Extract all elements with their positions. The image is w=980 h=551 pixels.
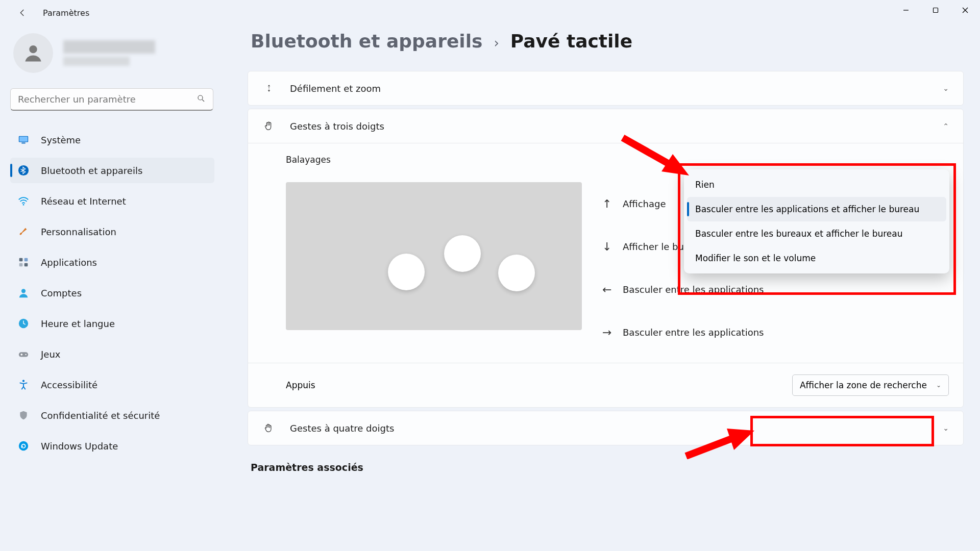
swipes-dropdown-flyout[interactable]: Rien Basculer entre les applications et … xyxy=(684,169,949,273)
swipe-left-row[interactable]: ← Basculer entre les applications xyxy=(602,268,949,311)
svg-point-19 xyxy=(25,354,26,355)
sidebar-item-apps[interactable]: Applications xyxy=(10,249,214,275)
svg-rect-21 xyxy=(21,354,22,356)
flyout-option[interactable]: Basculer entre les applications et affic… xyxy=(687,197,946,221)
sidebar-item-label: Heure et langue xyxy=(41,318,115,329)
svg-point-22 xyxy=(22,380,24,382)
profile-block[interactable] xyxy=(13,33,219,73)
gesture-preview xyxy=(286,182,582,330)
sidebar-item-label: Personnalisation xyxy=(41,227,116,237)
taps-dropdown[interactable]: Afficher la zone de recherche ⌄ xyxy=(792,374,949,396)
arrow-right-icon: → xyxy=(602,326,623,339)
swipe-left-label: Basculer entre les applications xyxy=(623,284,764,295)
sidebar-item-personalization[interactable]: Personnalisation xyxy=(10,219,214,244)
swipe-right-label: Basculer entre les applications xyxy=(623,327,764,338)
card-title: Gestes à quatre doigts xyxy=(290,423,394,434)
profile-mail-redacted xyxy=(63,57,130,66)
profile-name-redacted xyxy=(63,40,155,54)
sidebar-item-label: Confidentialité et sécurité xyxy=(41,410,160,421)
sidebar-item-accessibility[interactable]: Accessibilité xyxy=(10,372,214,397)
back-button[interactable] xyxy=(12,3,33,23)
svg-rect-9 xyxy=(21,143,25,144)
taps-label: Appuis xyxy=(286,380,315,390)
sidebar-item-accounts[interactable]: Comptes xyxy=(10,280,214,306)
svg-rect-8 xyxy=(19,137,28,142)
breadcrumb-parent[interactable]: Bluetooth et appareils xyxy=(251,31,482,52)
sidebar-item-label: Réseau et Internet xyxy=(41,196,126,207)
sidebar-item-label: Système xyxy=(41,135,81,145)
svg-point-5 xyxy=(198,95,203,100)
card-scroll-zoom[interactable]: Défilement et zoom ⌄ xyxy=(248,71,964,106)
sidebar-item-system[interactable]: Système xyxy=(10,127,214,153)
finger-dot-icon xyxy=(498,255,535,291)
minimize-button[interactable] xyxy=(891,0,921,20)
arrow-down-icon: ↓ xyxy=(602,240,623,253)
sidebar-item-label: Windows Update xyxy=(41,441,118,452)
shield-icon xyxy=(17,409,30,421)
accessibility-icon xyxy=(17,379,30,391)
chevron-up-icon: ⌃ xyxy=(943,122,949,130)
flyout-option[interactable]: Basculer entre les bureaux et afficher l… xyxy=(687,221,946,246)
svg-point-25 xyxy=(268,89,270,90)
svg-point-11 xyxy=(23,204,24,206)
sidebar-item-network[interactable]: Réseau et Internet xyxy=(10,188,214,214)
bluetooth-icon xyxy=(17,164,30,177)
close-button[interactable] xyxy=(950,0,980,20)
search-input-wrapper[interactable] xyxy=(10,88,213,111)
search-input[interactable] xyxy=(18,94,197,105)
hand-icon xyxy=(262,120,276,132)
taps-dropdown-value: Afficher la zone de recherche xyxy=(800,380,927,390)
swipes-label: Balayages xyxy=(286,155,949,165)
arrow-left-icon: ← xyxy=(602,283,623,296)
finger-dot-icon xyxy=(388,254,425,290)
sidebar-item-label: Bluetooth et appareils xyxy=(41,165,142,176)
hand-icon xyxy=(262,422,276,434)
card-four-finger[interactable]: Gestes à quatre doigts ⌄ xyxy=(248,411,964,445)
chevron-down-icon: ⌄ xyxy=(936,382,941,389)
sidebar-item-label: Accessibilité xyxy=(41,380,97,390)
svg-rect-18 xyxy=(19,352,28,357)
svg-line-6 xyxy=(202,99,204,102)
svg-point-16 xyxy=(21,289,26,293)
svg-point-23 xyxy=(19,441,28,450)
svg-rect-15 xyxy=(24,263,28,267)
svg-rect-12 xyxy=(19,258,23,262)
update-icon xyxy=(17,440,30,452)
page-title: Pavé tactile xyxy=(510,31,632,52)
gamepad-icon xyxy=(17,348,30,360)
wifi-icon xyxy=(17,195,30,207)
sidebar-item-label: Applications xyxy=(41,257,97,268)
swipe-right-row[interactable]: → Basculer entre les applications xyxy=(602,311,949,354)
flyout-option[interactable]: Rien xyxy=(687,172,946,197)
minimize-icon xyxy=(903,7,909,13)
person-icon xyxy=(22,42,44,64)
svg-rect-14 xyxy=(19,263,23,267)
clock-globe-icon xyxy=(17,317,30,330)
apps-icon xyxy=(17,256,30,268)
sidebar-item-bluetooth[interactable]: Bluetooth et appareils xyxy=(10,158,214,183)
breadcrumb: Bluetooth et appareils › Pavé tactile xyxy=(251,31,964,52)
app-title: Paramètres xyxy=(43,8,89,18)
swipe-up-label: Affichage xyxy=(623,198,666,209)
brush-icon xyxy=(17,226,30,238)
scroll-icon xyxy=(262,83,276,94)
sidebar-item-time-lang[interactable]: Heure et langue xyxy=(10,311,214,336)
svg-rect-13 xyxy=(24,258,28,262)
sidebar-item-windows-update[interactable]: Windows Update xyxy=(10,433,214,459)
finger-dot-icon xyxy=(444,235,481,272)
close-icon xyxy=(962,7,968,13)
monitor-icon xyxy=(17,134,30,146)
card-title: Défilement et zoom xyxy=(290,83,381,94)
flyout-option[interactable]: Modifier le son et le volume xyxy=(687,246,946,270)
svg-point-4 xyxy=(29,45,37,53)
sidebar-item-label: Comptes xyxy=(41,288,82,298)
maximize-button[interactable] xyxy=(921,0,950,20)
card-three-finger-header[interactable]: Gestes à trois doigts ⌃ xyxy=(248,109,963,143)
search-icon xyxy=(197,94,206,105)
chevron-right-icon: › xyxy=(494,35,499,51)
sidebar-item-gaming[interactable]: Jeux xyxy=(10,341,214,367)
sidebar-item-privacy[interactable]: Confidentialité et sécurité xyxy=(10,403,214,428)
associated-settings-heading: Paramètres associés xyxy=(251,462,964,473)
maximize-icon xyxy=(933,7,939,13)
chevron-down-icon: ⌄ xyxy=(943,424,949,432)
